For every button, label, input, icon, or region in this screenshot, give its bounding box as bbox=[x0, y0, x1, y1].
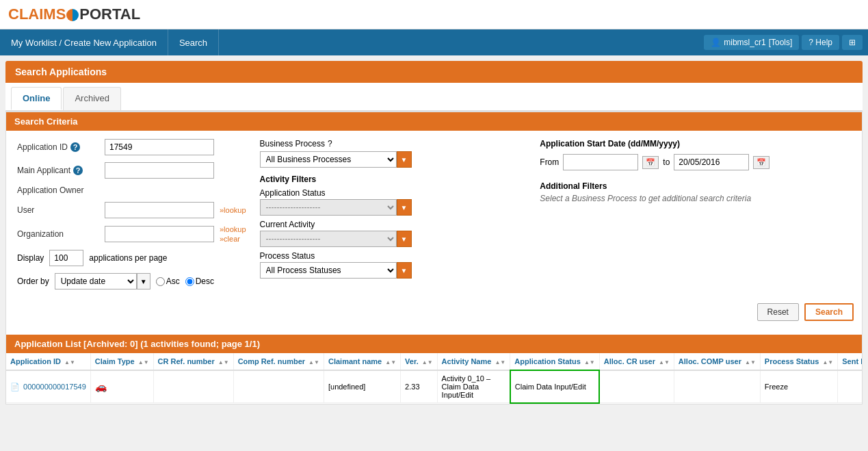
desc-radio[interactable] bbox=[185, 277, 194, 286]
date-range-row: From 📅 to 📅 bbox=[540, 154, 851, 170]
business-process-help-icon[interactable]: ? bbox=[328, 139, 332, 149]
logo: CLAIMSPORTAL bbox=[8, 5, 140, 23]
from-date-picker-btn[interactable]: 📅 bbox=[642, 156, 659, 169]
user-lookup-link[interactable]: »lookup bbox=[220, 206, 246, 214]
nav-search[interactable]: Search bbox=[168, 29, 219, 55]
nav-extra-btn[interactable]: ⊞ bbox=[842, 35, 863, 50]
main-applicant-input[interactable] bbox=[105, 162, 214, 179]
sort-icon: ▲▼ bbox=[385, 360, 396, 365]
org-clear-link[interactable]: »clear bbox=[220, 235, 246, 243]
logo-claims: CLAIMS bbox=[8, 5, 66, 23]
main-applicant-label: Main Applicant ? bbox=[17, 166, 99, 175]
car-icon: 🚗 bbox=[95, 381, 107, 392]
business-process-row: Business Process ? All Business Processe… bbox=[260, 139, 527, 168]
application-status-section: Application Status -------------------- … bbox=[260, 188, 527, 216]
to-date-input[interactable] bbox=[674, 154, 749, 170]
nav-user-btn[interactable]: 👤 mibmsl_cr1 [Tools] bbox=[704, 35, 799, 50]
nav-tools[interactable]: [Tools] bbox=[769, 38, 793, 47]
user-input[interactable] bbox=[105, 202, 214, 218]
application-id-label: Application ID ? bbox=[17, 142, 99, 152]
from-date-input[interactable] bbox=[563, 154, 638, 170]
order-by-select[interactable]: Update date bbox=[55, 273, 137, 289]
to-date-picker-btn[interactable]: 📅 bbox=[753, 156, 770, 169]
row-doc-icon: 📄 bbox=[10, 383, 20, 391]
process-status-dropdown-btn[interactable]: ▼ bbox=[397, 262, 412, 279]
cell-activity-name: Activity 0_10 – Claim Data Input/Edit bbox=[437, 370, 510, 403]
application-id-input[interactable] bbox=[105, 139, 214, 155]
application-id-link[interactable]: 000000000017549 bbox=[23, 383, 86, 391]
main-applicant-help-icon[interactable]: ? bbox=[73, 166, 83, 175]
cell-sent-date bbox=[838, 370, 862, 403]
display-input[interactable] bbox=[49, 250, 83, 266]
process-status-select-group: All Process Statuses ▼ bbox=[260, 262, 527, 279]
cell-claimant: [undefined] bbox=[324, 370, 400, 403]
tab-archived[interactable]: Archived bbox=[63, 87, 121, 110]
display-row: Display applications per page bbox=[17, 250, 246, 266]
order-by-label: Order by bbox=[17, 276, 49, 286]
application-status-label: Application Status bbox=[260, 188, 527, 198]
current-activity-select-group: -------------------- ▼ bbox=[260, 231, 527, 247]
to-label: to bbox=[663, 157, 670, 167]
application-owner-row: Application Owner bbox=[17, 185, 246, 195]
application-status-select[interactable]: -------------------- bbox=[260, 199, 397, 216]
application-id-help-icon[interactable]: ? bbox=[70, 142, 80, 152]
application-status-select-group: -------------------- ▼ bbox=[260, 199, 527, 216]
cell-alloc-cr bbox=[599, 370, 674, 403]
search-criteria-header: Search Criteria bbox=[6, 112, 862, 131]
application-status-dropdown-btn[interactable]: ▼ bbox=[397, 199, 412, 216]
navbar-right: 👤 mibmsl_cr1 [Tools] ? Help ⊞ bbox=[704, 35, 868, 50]
order-by-dropdown-btn[interactable]: ▼ bbox=[137, 273, 150, 289]
sort-icon: ▲▼ bbox=[64, 360, 75, 365]
col-cr-ref[interactable]: CR Ref. number ▲▼ bbox=[153, 353, 233, 370]
asc-radio[interactable] bbox=[156, 277, 165, 286]
app-list-header: Application List [Archived: 0] (1 activi… bbox=[6, 335, 862, 353]
additional-filters-label: Additional Filters bbox=[540, 181, 851, 191]
org-lookup-link[interactable]: »lookup bbox=[220, 225, 246, 233]
cell-application-id: 📄 000000000017549 bbox=[6, 370, 90, 403]
asc-radio-label: Asc bbox=[156, 276, 180, 286]
additional-filters-section: Additional Filters Select a Business Pro… bbox=[540, 181, 851, 203]
col-application-id[interactable]: Application ID ▲▼ bbox=[6, 353, 90, 370]
page-header: CLAIMSPORTAL bbox=[0, 0, 868, 29]
search-col-mid: Business Process ? All Business Processe… bbox=[260, 139, 527, 289]
activity-filters-section: Activity Filters Application Status ----… bbox=[260, 175, 527, 279]
col-app-status[interactable]: Application Status ▲▼ bbox=[510, 353, 599, 370]
organization-label: Organization bbox=[17, 229, 99, 239]
nav-worklist[interactable]: My Worklist / Create New Application bbox=[0, 29, 168, 55]
sort-icon: ▲▼ bbox=[584, 360, 595, 365]
search-button[interactable]: Search bbox=[804, 303, 854, 321]
col-ver[interactable]: Ver. ▲▼ bbox=[401, 353, 437, 370]
organization-input[interactable] bbox=[105, 226, 214, 242]
reset-button[interactable]: Reset bbox=[757, 303, 799, 321]
col-sent-date[interactable]: Sent Date ▲▼ bbox=[838, 353, 862, 370]
col-comp-ref[interactable]: Comp Ref. number ▲▼ bbox=[233, 353, 324, 370]
application-id-row: Application ID ? bbox=[17, 139, 246, 155]
col-process-status[interactable]: Process Status ▲▼ bbox=[760, 353, 837, 370]
application-owner-label: Application Owner bbox=[17, 185, 99, 195]
col-alloc-comp[interactable]: Alloc. COMP user ▲▼ bbox=[674, 353, 760, 370]
search-criteria-body: Application ID ? Main Applicant ? Applic… bbox=[6, 131, 862, 298]
business-process-select[interactable]: All Business Processes bbox=[260, 151, 397, 168]
nav-username: mibmsl_cr1 bbox=[724, 38, 765, 47]
nav-help-btn[interactable]: ? Help bbox=[802, 35, 839, 50]
app-start-date-section: Application Start Date (dd/MM/yyyy) From… bbox=[540, 139, 851, 170]
business-process-dropdown-btn[interactable]: ▼ bbox=[397, 151, 412, 168]
sort-icon: ▲▼ bbox=[495, 360, 505, 365]
tab-online[interactable]: Online bbox=[11, 87, 62, 110]
buttons-row: Reset Search bbox=[6, 298, 862, 329]
col-activity-name[interactable]: Activity Name ▲▼ bbox=[437, 353, 510, 370]
current-activity-dropdown-btn[interactable]: ▼ bbox=[397, 231, 412, 247]
process-status-select[interactable]: All Process Statuses bbox=[260, 262, 397, 279]
col-claim-type[interactable]: Claim Type ▲▼ bbox=[90, 353, 153, 370]
col-alloc-cr[interactable]: Alloc. CR user ▲▼ bbox=[599, 353, 674, 370]
navbar: My Worklist / Create New Application Sea… bbox=[0, 29, 868, 55]
activity-filters-label: Activity Filters bbox=[260, 175, 527, 184]
col-claimant[interactable]: Claimant name ▲▼ bbox=[324, 353, 400, 370]
order-row: Order by Update date ▼ Asc Desc bbox=[17, 273, 246, 289]
cell-claim-type: 🚗 bbox=[90, 370, 153, 403]
cell-ver: 2.33 bbox=[401, 370, 437, 403]
logo-portal: PORTAL bbox=[79, 5, 140, 23]
current-activity-select[interactable]: -------------------- bbox=[260, 231, 397, 247]
user-row: User »lookup bbox=[17, 202, 246, 218]
app-start-date-label: Application Start Date (dd/MM/yyyy) bbox=[540, 139, 851, 149]
